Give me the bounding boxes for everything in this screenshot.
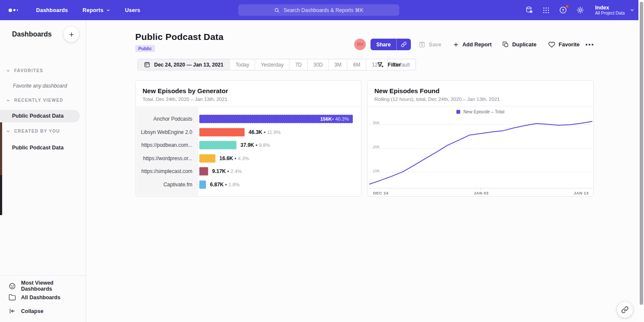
nav-item-reports[interactable]: Reports <box>82 7 110 13</box>
chevron-down-icon <box>106 8 110 12</box>
duplicate-icon <box>502 41 509 48</box>
range-7d[interactable]: 7D <box>289 59 307 70</box>
share-button[interactable]: Share <box>371 39 410 50</box>
public-badge: Public <box>135 45 155 52</box>
copy-link-button[interactable] <box>397 39 411 50</box>
bar-value-label: 16.6K • 4.3% <box>219 155 249 161</box>
x-tick-jan13: JAN 13 <box>574 191 589 195</box>
scrollbar-track <box>638 0 644 322</box>
line-series <box>370 122 592 184</box>
bar-category-label: https://podbean.com... <box>136 142 198 148</box>
chart-subtitle: Rolling (12 hours), total, Dec 24th, 202… <box>374 97 586 102</box>
sidebar: Dashboards FAVORITES Favorite any dashbo… <box>0 20 86 322</box>
y-tick-30k: 30K <box>373 120 380 125</box>
heart-icon <box>548 41 555 48</box>
scrollbar-thumb[interactable] <box>640 2 643 305</box>
save-button[interactable]: Save <box>419 41 441 48</box>
x-axis-tickmark <box>480 188 481 190</box>
create-dashboard-button[interactable] <box>64 27 79 42</box>
save-icon <box>419 41 425 48</box>
bar-segment[interactable] <box>199 128 245 137</box>
bar-segment[interactable] <box>199 154 216 163</box>
y-tick-20k: 20K <box>373 144 380 149</box>
background-image-strip <box>0 122 2 215</box>
svg-text:?: ? <box>562 8 564 12</box>
top-nav: Dashboards Reports Users Search Dashboar… <box>0 0 644 20</box>
bar-row: Captivate.fm6.87K • 1.8% <box>136 178 361 191</box>
chart-subtitle: Total, Dec 24th, 2020 – Jan 13th, 2021 <box>143 97 354 102</box>
sidebar-item-created-dashboard[interactable]: Public Podcast Data <box>0 142 80 154</box>
nav-item-dashboards[interactable]: Dashboards <box>36 7 68 13</box>
all-dashboards-button[interactable]: All Dashboards <box>9 294 61 301</box>
add-report-button[interactable]: Add Report <box>453 42 492 48</box>
range-6m[interactable]: 6M <box>347 59 366 70</box>
bar-segment[interactable] <box>199 141 237 149</box>
help-icon[interactable]: ? <box>559 6 567 14</box>
plus-icon <box>68 31 75 38</box>
panel-new-episodes-found: New Episodes Found Rolling (12 hours), t… <box>367 80 594 197</box>
bar-segment[interactable]: 156K • 40.3% <box>199 115 353 123</box>
x-tick-dec24: DEC 24 <box>373 191 389 195</box>
data-sources-icon[interactable] <box>525 6 533 14</box>
chevron-down-icon <box>630 8 635 12</box>
search-icon <box>274 7 280 13</box>
range-30d[interactable]: 30D <box>308 59 329 70</box>
bar-rows: Anchor Podcasts156K • 40.3%Libsyn WebEng… <box>136 112 361 191</box>
bar-row: https://wordpress.or...16.6K • 4.3% <box>136 152 361 165</box>
section-favorites[interactable]: FAVORITES <box>6 68 43 73</box>
line-chart <box>368 109 594 188</box>
sidebar-item-recent-dashboard[interactable]: Public Podcast Data <box>0 110 80 122</box>
date-range-button[interactable]: Dec 24, 2020 — Jan 13, 2021 <box>138 59 230 70</box>
more-options-button[interactable] <box>586 44 593 46</box>
bar-value-label: 37.9K • 9.8% <box>240 142 270 148</box>
smiley-icon <box>9 283 16 290</box>
chart-title: New Episodes Found <box>374 87 586 94</box>
settings-gear-icon[interactable] <box>576 6 584 14</box>
collapse-icon <box>9 307 16 315</box>
project-switcher[interactable]: Index All Project Data <box>595 5 635 16</box>
x-tick-jan03: JAN 03 <box>474 191 489 195</box>
bar-row: https://simplecast.com9.17K • 2.4% <box>136 165 361 178</box>
chevron-down-icon <box>6 98 10 103</box>
y-tick-10k: 10K <box>373 168 380 173</box>
bar-category-label: Anchor Podcasts <box>136 116 198 122</box>
sidebar-title: Dashboards <box>12 30 52 38</box>
bar-row: Libsyn WebEngine 2.046.3K • 11.9% <box>136 126 361 139</box>
bar-category-label: https://simplecast.com <box>136 168 198 174</box>
avatar[interactable]: RH <box>354 39 366 50</box>
chevron-down-icon <box>6 129 10 134</box>
nav-item-users[interactable]: Users <box>125 7 140 13</box>
page-title: Public Podcast Data <box>135 32 224 42</box>
bar-segment[interactable] <box>199 167 208 176</box>
bar-category-label: Libsyn WebEngine 2.0 <box>136 129 198 135</box>
share-link-fab[interactable] <box>617 302 633 318</box>
bar-value-label: 9.17K • 2.4% <box>212 168 242 174</box>
bar-row: Anchor Podcasts156K • 40.3% <box>136 112 361 126</box>
bar-chart: Anchor Podcasts156K • 40.3%Libsyn WebEng… <box>136 107 361 196</box>
bar-category-label: Captivate.fm <box>136 182 198 188</box>
bar-value-label: 6.87K • 1.8% <box>210 182 240 188</box>
bar-category-label: https://wordpress.or... <box>136 155 198 161</box>
range-yesterday[interactable]: Yesterday <box>255 59 289 70</box>
duplicate-button[interactable]: Duplicate <box>502 41 536 48</box>
filter-button[interactable]: Filter <box>377 59 401 70</box>
folder-icon <box>9 294 16 301</box>
favorites-empty-text: Favorite any dashboard <box>13 83 67 89</box>
search-placeholder: Search Dashboards & Reports ⌘K <box>283 7 363 13</box>
dashboard-actions: RH Share Save Add Report Duplicate Favor… <box>354 39 593 50</box>
collapse-sidebar-button[interactable]: Collapse <box>9 307 43 315</box>
filter-funnel-icon <box>377 61 384 68</box>
bar-row: https://podbean.com...37.9K • 9.8% <box>136 139 361 152</box>
section-recently-viewed[interactable]: RECENTLY VIEWED <box>6 98 64 103</box>
section-created-by-you[interactable]: CREATED BY YOU <box>6 129 60 134</box>
favorite-button[interactable]: Favorite <box>548 41 580 48</box>
range-3m[interactable]: 3M <box>329 59 348 70</box>
panel-new-episodes-by-generator: New Episodes by Generator Total, Dec 24t… <box>135 80 361 197</box>
amplitude-logo-icon[interactable] <box>9 9 24 12</box>
most-viewed-dashboards-button[interactable]: Most Viewed Dashboards <box>9 280 86 292</box>
range-today[interactable]: Today <box>230 59 255 70</box>
apps-grid-icon[interactable] <box>542 6 550 14</box>
bar-segment[interactable] <box>199 180 206 189</box>
project-scope: All Project Data <box>595 11 625 16</box>
search-input[interactable]: Search Dashboards & Reports ⌘K <box>238 4 399 16</box>
